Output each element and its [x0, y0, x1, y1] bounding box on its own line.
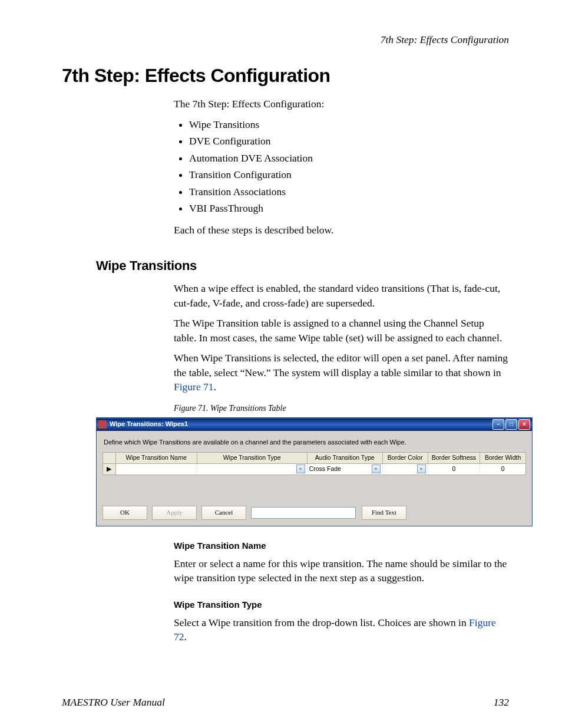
col-border-softness[interactable]: Border Softness	[428, 453, 481, 463]
list-item: Transition Associations	[189, 185, 509, 199]
cell-wipe-type[interactable]: ▾	[197, 464, 308, 475]
cancel-button[interactable]: Cancel	[201, 506, 246, 520]
body-text: The Wipe Transition table is assigned to…	[174, 316, 509, 345]
body-text: When a wipe effect is enabled, the stand…	[174, 281, 509, 310]
row-header-corner	[103, 453, 116, 463]
steps-list: Wipe Transitions DVE Configuration Autom…	[174, 117, 509, 216]
subsection-wipe-type: Wipe Transition Type	[174, 598, 509, 611]
cell-wipe-name[interactable]	[116, 464, 197, 475]
table-header-row: Wipe Transition Name Wipe Transition Typ…	[103, 453, 525, 464]
section-heading-wipe-transitions: Wipe Transitions	[96, 257, 509, 275]
body-text-span: When Wipe Transitions is selected, the e…	[174, 352, 508, 378]
cell-audio-type[interactable]: Cross Fade▾	[308, 464, 383, 475]
body-text-span: Select a Wipe transition from the drop-d…	[174, 617, 469, 628]
list-item: DVE Configuration	[189, 134, 509, 149]
close-button[interactable]: ×	[518, 419, 530, 430]
cell-border-softness[interactable]: 0	[428, 464, 481, 475]
running-head: 7th Step: Effects Configuration	[62, 32, 509, 47]
col-wipe-type[interactable]: Wipe Transition Type	[197, 453, 308, 463]
body-text: When Wipe Transitions is selected, the e…	[174, 351, 509, 394]
apply-button: Apply	[152, 506, 197, 520]
body-text: Enter or select a name for this wipe tra…	[174, 556, 509, 585]
find-text-button[interactable]: Find Text	[362, 506, 406, 520]
cell-border-width[interactable]: 0	[480, 464, 525, 475]
app-icon	[98, 420, 107, 429]
chevron-down-icon[interactable]: ▾	[372, 465, 381, 473]
cell-border-color[interactable]: ▾	[383, 464, 428, 475]
cell-value: Cross Fade	[309, 465, 341, 473]
footer-manual-title: MAESTRO User Manual	[62, 695, 165, 710]
table-row[interactable]: ▶ ▾ Cross Fade▾ ▾ 0 0	[103, 464, 525, 475]
col-border-color[interactable]: Border Color	[383, 453, 428, 463]
find-text-input[interactable]	[251, 507, 356, 519]
figure-caption: Figure 71. Wipe Transitions Table	[174, 403, 509, 414]
list-item: Wipe Transitions	[189, 117, 509, 132]
intro-end-text: Each of these steps is described below.	[174, 223, 509, 238]
list-item: Automation DVE Association	[189, 151, 509, 166]
col-wipe-name[interactable]: Wipe Transition Name	[116, 453, 197, 463]
body-text: Select a Wipe transition from the drop-d…	[174, 615, 509, 644]
ok-button[interactable]: OK	[103, 506, 147, 520]
col-border-width[interactable]: Border Width	[480, 453, 525, 463]
wipe-transitions-window: Wipe Transitions: Wipes1 – □ × Define wh…	[96, 417, 533, 526]
chevron-down-icon[interactable]: ▾	[417, 465, 426, 473]
list-item: VBI PassThrough	[189, 201, 509, 216]
minimize-button[interactable]: –	[492, 419, 504, 430]
list-item: Transition Configuration	[189, 167, 509, 182]
wipe-table: Wipe Transition Name Wipe Transition Typ…	[103, 452, 526, 475]
row-pointer: ▶	[103, 464, 116, 475]
intro-text: The 7th Step: Effects Configuration:	[174, 97, 509, 111]
window-titlebar[interactable]: Wipe Transitions: Wipes1 – □ ×	[97, 418, 532, 431]
body-text-span: .	[184, 631, 187, 643]
button-row: OK Apply Cancel Find Text	[103, 506, 526, 520]
body-text-span: .	[214, 381, 216, 393]
chevron-down-icon[interactable]: ▾	[296, 465, 305, 473]
maximize-button[interactable]: □	[505, 419, 517, 430]
window-description: Define which Wipe Transitions are availa…	[104, 438, 526, 447]
page-title: 7th Step: Effects Configuration	[62, 62, 509, 89]
subsection-wipe-name: Wipe Transition Name	[174, 539, 509, 552]
page-number: 132	[494, 695, 509, 710]
col-audio-type[interactable]: Audio Transition Type	[308, 453, 383, 463]
window-title: Wipe Transitions: Wipes1	[110, 420, 492, 429]
figure-71-link[interactable]: Figure 71	[174, 381, 214, 393]
